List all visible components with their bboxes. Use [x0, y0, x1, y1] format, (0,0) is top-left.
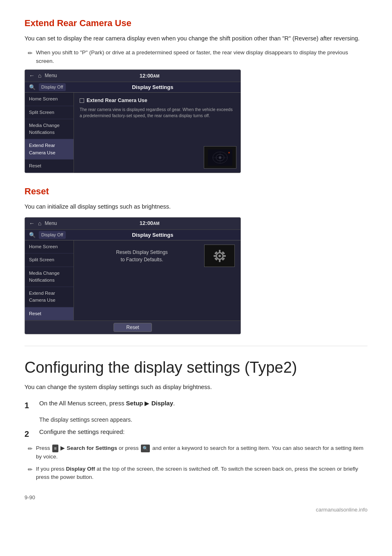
display-off-bold: Display Off: [66, 466, 95, 472]
pencil-icon-note1: ✏: [28, 445, 33, 453]
display-settings-title: Display Settings: [69, 83, 236, 91]
svg-point-6: [228, 152, 230, 153]
ui-sidebar-reset: Home Screen Split Screen Media ChangeNot…: [25, 240, 74, 320]
extend-rear-note: ✏ When you shift to "P" (Park) or drive …: [28, 49, 368, 65]
type2-note2: ✏ If you press Display Off at the top of…: [28, 465, 368, 482]
type2-title: Configuring the display settings (Type2): [24, 358, 368, 377]
step2-row: 2 Configure the settings required:: [24, 427, 368, 440]
topbar-time: 12:00AM: [63, 72, 237, 80]
svg-rect-10: [219, 250, 220, 253]
sidebar-reset-item[interactable]: Reset: [25, 307, 74, 320]
reset-body: You can initialize all display settings …: [24, 202, 368, 211]
back-icon-reset[interactable]: ←: [29, 219, 35, 228]
step1-sub: The display settings screen appears.: [39, 416, 368, 424]
ui-topbar-extend: ← ⌂ Menu 12:00AM: [25, 70, 241, 82]
extend-rear-section: Extend Rear Camera Use You can set to di…: [24, 16, 368, 173]
step2-text: Configure the settings required:: [39, 427, 125, 437]
sidebar-home-screen[interactable]: Home Screen: [25, 93, 74, 106]
gear-thumbnail: [204, 245, 235, 267]
ui-body-extend: Home Screen Split Screen Media ChangeNot…: [25, 93, 241, 173]
page-number: 9-90: [24, 494, 368, 502]
ui-sidebar-extend: Home Screen Split Screen Media ChangeNot…: [25, 93, 74, 173]
reset-section: Reset You can initialize all display set…: [24, 185, 368, 334]
reset-button[interactable]: Reset: [114, 323, 151, 332]
extend-rear-title: Extend Rear Camera Use: [24, 16, 368, 30]
footer-brand: carmanualsonline.info: [24, 506, 368, 514]
section-divider: [24, 346, 368, 346]
sidebar-media-change-reset[interactable]: Media ChangeNotifications: [25, 267, 74, 287]
note1-text: Press ≡ ▶ Search for Settings or press 🔍…: [36, 444, 368, 461]
topbar-time-reset: 12:00AM: [63, 219, 237, 227]
reset-title: Reset: [24, 185, 368, 198]
note2-text: If you press Display Off at the top of t…: [36, 465, 368, 482]
reset-text: Resets Display Settings to Factory Defau…: [80, 249, 204, 263]
extend-rear-body: You can set to display the rear camera d…: [24, 34, 368, 43]
ui-reset-bar: Reset: [25, 320, 241, 334]
ui-subbar-extend: 🔍 Display Off Display Settings: [25, 82, 241, 93]
svg-rect-11: [219, 259, 220, 262]
sidebar-home-screen-reset[interactable]: Home Screen: [25, 240, 74, 254]
sidebar-extend-rear-reset[interactable]: Extend RearCamera Use: [25, 287, 74, 307]
ui-content-reset: Resets Display Settings to Factory Defau…: [74, 240, 241, 320]
pencil-icon-note2: ✏: [28, 465, 33, 474]
search-icon-subbar[interactable]: 🔍: [29, 83, 36, 91]
type2-note1: ✏ Press ≡ ▶ Search for Settings or press…: [28, 444, 368, 461]
ui-reset-content-inner: Resets Display Settings to Factory Defau…: [80, 245, 235, 267]
sidebar-media-change[interactable]: Media ChangeNotifications: [25, 119, 74, 140]
search-settings-bold: Search for Settings: [67, 445, 117, 451]
display-off-btn-reset[interactable]: Display Off: [39, 231, 66, 239]
sidebar-split-screen-reset[interactable]: Split Screen: [25, 254, 74, 267]
search-icon-subbar-reset[interactable]: 🔍: [29, 231, 36, 239]
type2-intro: You can change the system display settin…: [24, 383, 368, 392]
ui-topbar-reset: ← ⌂ Menu 12:00AM: [25, 218, 241, 230]
sidebar-split-screen[interactable]: Split Screen: [25, 106, 74, 119]
step2-num: 2: [24, 428, 33, 440]
camera-thumbnail: [204, 146, 236, 169]
page: Extend Rear Camera Use You can set to di…: [0, 0, 392, 556]
reset-ui-mock: ← ⌂ Menu 12:00AM 🔍 Display Off Display S…: [24, 217, 241, 334]
ui-content-text-extend: The rear camera view is displayed regard…: [80, 107, 235, 119]
setup-bold: Setup: [126, 400, 143, 407]
step1-text: On the All Menus screen, press Setup ▶ D…: [39, 399, 175, 408]
type2-section: Configuring the display settings (Type2)…: [24, 358, 368, 481]
pencil-icon: ✏: [28, 49, 33, 58]
extend-rear-ui-mock: ← ⌂ Menu 12:00AM 🔍 Display Off Display S…: [24, 69, 241, 173]
ui-subbar-reset: 🔍 Display Off Display Settings: [25, 230, 241, 241]
ui-body-reset: Home Screen Split Screen Media ChangeNot…: [25, 240, 241, 320]
home-icon[interactable]: ⌂: [38, 71, 41, 80]
home-icon-reset[interactable]: ⌂: [38, 219, 41, 228]
step1-row: 1 On the All Menus screen, press Setup ▶…: [24, 399, 368, 411]
display-off-btn[interactable]: Display Off: [39, 83, 66, 91]
display-settings-title-reset: Display Settings: [69, 231, 236, 239]
camera-view-svg: [208, 149, 232, 166]
svg-rect-12: [214, 255, 216, 257]
step1-num: 1: [24, 399, 33, 411]
menu-label[interactable]: Menu: [45, 72, 57, 79]
back-icon[interactable]: ←: [29, 71, 35, 80]
display-bold: Display: [151, 400, 173, 407]
svg-point-9: [218, 255, 221, 257]
ui-content-title-extend: Extend Rear Camera Use: [80, 97, 235, 105]
svg-rect-13: [223, 255, 226, 257]
menu-label-reset[interactable]: Menu: [45, 220, 57, 227]
extend-rear-note-text: When you shift to "P" (Park) or drive at…: [36, 49, 368, 65]
sidebar-extend-rear[interactable]: Extend RearCamera Use: [25, 139, 74, 160]
sidebar-reset[interactable]: Reset: [25, 160, 74, 173]
search-icon-btn: 🔍: [141, 445, 150, 452]
extend-checkbox[interactable]: [80, 98, 84, 103]
gear-svg: [209, 246, 230, 266]
menu-icon-btn: ≡: [52, 445, 58, 452]
ui-content-extend: Extend Rear Camera Use The rear camera v…: [74, 93, 241, 173]
